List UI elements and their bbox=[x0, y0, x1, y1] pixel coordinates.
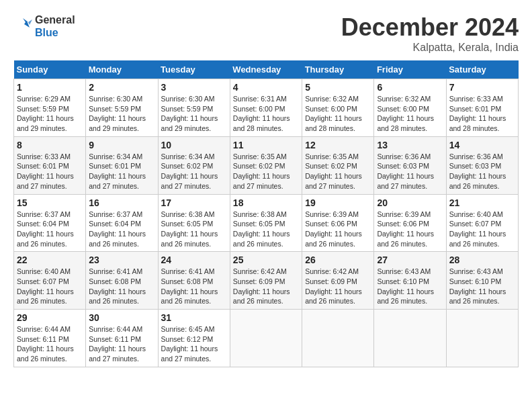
location: Kalpatta, Kerala, India bbox=[341, 42, 519, 54]
calendar-cell: 27Sunrise: 6:43 AM Sunset: 6:10 PM Dayli… bbox=[374, 252, 446, 310]
day-number: 30 bbox=[89, 312, 154, 323]
calendar-cell: 14Sunrise: 6:36 AM Sunset: 6:03 PM Dayli… bbox=[446, 136, 518, 194]
calendar-cell: 11Sunrise: 6:35 AM Sunset: 6:02 PM Dayli… bbox=[230, 136, 302, 194]
day-number: 7 bbox=[449, 82, 515, 93]
day-info: Sunrise: 6:43 AM Sunset: 6:10 PM Dayligh… bbox=[449, 267, 515, 306]
day-number: 14 bbox=[449, 140, 515, 150]
calendar-cell: 12Sunrise: 6:35 AM Sunset: 6:02 PM Dayli… bbox=[302, 136, 374, 194]
week-row-5: 29Sunrise: 6:44 AM Sunset: 6:11 PM Dayli… bbox=[14, 310, 519, 367]
logo-line2: Blue bbox=[35, 26, 75, 39]
header-sunday: Sunday bbox=[14, 60, 86, 79]
day-number: 11 bbox=[233, 140, 299, 150]
calendar-cell bbox=[374, 310, 446, 367]
day-info: Sunrise: 6:39 AM Sunset: 6:06 PM Dayligh… bbox=[377, 210, 443, 249]
day-number: 5 bbox=[305, 82, 371, 93]
day-number: 9 bbox=[89, 140, 154, 150]
day-number: 1 bbox=[17, 82, 83, 93]
day-number: 4 bbox=[233, 82, 299, 93]
calendar-cell: 13Sunrise: 6:36 AM Sunset: 6:03 PM Dayli… bbox=[374, 136, 446, 194]
day-number: 10 bbox=[161, 140, 227, 150]
day-number: 6 bbox=[377, 82, 443, 93]
day-number: 2 bbox=[89, 82, 154, 93]
day-info: Sunrise: 6:33 AM Sunset: 6:01 PM Dayligh… bbox=[17, 152, 83, 191]
day-info: Sunrise: 6:30 AM Sunset: 5:59 PM Dayligh… bbox=[89, 94, 154, 134]
calendar-cell: 17Sunrise: 6:38 AM Sunset: 6:05 PM Dayli… bbox=[158, 194, 230, 252]
day-info: Sunrise: 6:34 AM Sunset: 6:01 PM Dayligh… bbox=[89, 152, 154, 191]
calendar-cell: 10Sunrise: 6:34 AM Sunset: 6:02 PM Dayli… bbox=[158, 136, 230, 194]
day-info: Sunrise: 6:39 AM Sunset: 6:06 PM Dayligh… bbox=[305, 210, 371, 249]
day-number: 18 bbox=[233, 197, 299, 208]
calendar-cell: 22Sunrise: 6:40 AM Sunset: 6:07 PM Dayli… bbox=[14, 252, 86, 310]
calendar-cell: 21Sunrise: 6:40 AM Sunset: 6:07 PM Dayli… bbox=[446, 194, 518, 252]
day-info: Sunrise: 6:37 AM Sunset: 6:04 PM Dayligh… bbox=[89, 210, 154, 249]
logo-bird-icon bbox=[13, 15, 32, 34]
calendar-cell bbox=[446, 310, 518, 367]
calendar-cell: 20Sunrise: 6:39 AM Sunset: 6:06 PM Dayli… bbox=[374, 194, 446, 252]
day-info: Sunrise: 6:41 AM Sunset: 6:08 PM Dayligh… bbox=[161, 267, 227, 306]
header-wednesday: Wednesday bbox=[230, 60, 302, 79]
calendar-cell bbox=[230, 310, 302, 367]
day-number: 24 bbox=[161, 255, 227, 265]
logo-line1: General bbox=[35, 13, 75, 26]
month-title: December 2024 bbox=[341, 13, 519, 42]
day-number: 19 bbox=[305, 197, 371, 208]
calendar-cell: 9Sunrise: 6:34 AM Sunset: 6:01 PM Daylig… bbox=[86, 136, 158, 194]
day-number: 28 bbox=[449, 255, 515, 265]
calendar-cell: 24Sunrise: 6:41 AM Sunset: 6:08 PM Dayli… bbox=[158, 252, 230, 310]
day-number: 27 bbox=[377, 255, 443, 265]
day-number: 16 bbox=[89, 197, 154, 208]
calendar-cell: 15Sunrise: 6:37 AM Sunset: 6:04 PM Dayli… bbox=[14, 194, 86, 252]
day-info: Sunrise: 6:31 AM Sunset: 6:00 PM Dayligh… bbox=[233, 94, 299, 134]
header-friday: Friday bbox=[374, 60, 446, 79]
day-info: Sunrise: 6:34 AM Sunset: 6:02 PM Dayligh… bbox=[161, 152, 227, 191]
calendar-cell: 30Sunrise: 6:44 AM Sunset: 6:11 PM Dayli… bbox=[86, 310, 158, 367]
calendar-cell: 16Sunrise: 6:37 AM Sunset: 6:04 PM Dayli… bbox=[86, 194, 158, 252]
calendar-table: Sunday Monday Tuesday Wednesday Thursday… bbox=[13, 60, 519, 367]
day-number: 21 bbox=[449, 197, 515, 208]
day-number: 3 bbox=[161, 82, 227, 93]
week-row-2: 8Sunrise: 6:33 AM Sunset: 6:01 PM Daylig… bbox=[14, 136, 519, 194]
day-number: 29 bbox=[17, 312, 83, 323]
day-info: Sunrise: 6:40 AM Sunset: 6:07 PM Dayligh… bbox=[17, 267, 83, 306]
day-info: Sunrise: 6:29 AM Sunset: 5:59 PM Dayligh… bbox=[17, 94, 83, 134]
logo: General Blue bbox=[13, 13, 75, 39]
week-row-3: 15Sunrise: 6:37 AM Sunset: 6:04 PM Dayli… bbox=[14, 194, 519, 252]
header-saturday: Saturday bbox=[446, 60, 518, 79]
day-info: Sunrise: 6:30 AM Sunset: 5:59 PM Dayligh… bbox=[161, 94, 227, 134]
day-number: 31 bbox=[161, 312, 227, 323]
svg-marker-1 bbox=[28, 19, 32, 25]
title-section: December 2024 Kalpatta, Kerala, India bbox=[341, 13, 519, 54]
day-info: Sunrise: 6:44 AM Sunset: 6:11 PM Dayligh… bbox=[89, 324, 154, 364]
day-info: Sunrise: 6:35 AM Sunset: 6:02 PM Dayligh… bbox=[305, 152, 371, 191]
week-row-1: 1Sunrise: 6:29 AM Sunset: 5:59 PM Daylig… bbox=[14, 79, 519, 137]
day-number: 23 bbox=[89, 255, 154, 265]
day-info: Sunrise: 6:33 AM Sunset: 6:01 PM Dayligh… bbox=[449, 94, 515, 134]
day-info: Sunrise: 6:37 AM Sunset: 6:04 PM Dayligh… bbox=[17, 210, 83, 249]
day-number: 15 bbox=[17, 197, 83, 208]
day-info: Sunrise: 6:38 AM Sunset: 6:05 PM Dayligh… bbox=[161, 210, 227, 249]
day-number: 13 bbox=[377, 140, 443, 150]
header-tuesday: Tuesday bbox=[158, 60, 230, 79]
calendar-cell: 29Sunrise: 6:44 AM Sunset: 6:11 PM Dayli… bbox=[14, 310, 86, 367]
page-header: General Blue December 2024 Kalpatta, Ker… bbox=[13, 13, 519, 54]
day-info: Sunrise: 6:44 AM Sunset: 6:11 PM Dayligh… bbox=[17, 324, 83, 364]
day-number: 25 bbox=[233, 255, 299, 265]
calendar-cell: 8Sunrise: 6:33 AM Sunset: 6:01 PM Daylig… bbox=[14, 136, 86, 194]
calendar-cell: 1Sunrise: 6:29 AM Sunset: 5:59 PM Daylig… bbox=[14, 79, 86, 137]
calendar-cell: 3Sunrise: 6:30 AM Sunset: 5:59 PM Daylig… bbox=[158, 79, 230, 137]
header-monday: Monday bbox=[86, 60, 158, 79]
calendar-cell: 18Sunrise: 6:38 AM Sunset: 6:05 PM Dayli… bbox=[230, 194, 302, 252]
calendar-cell: 26Sunrise: 6:42 AM Sunset: 6:09 PM Dayli… bbox=[302, 252, 374, 310]
calendar-cell: 7Sunrise: 6:33 AM Sunset: 6:01 PM Daylig… bbox=[446, 79, 518, 137]
calendar-cell: 4Sunrise: 6:31 AM Sunset: 6:00 PM Daylig… bbox=[230, 79, 302, 137]
day-number: 20 bbox=[377, 197, 443, 208]
day-number: 22 bbox=[17, 255, 83, 265]
calendar-cell: 31Sunrise: 6:45 AM Sunset: 6:12 PM Dayli… bbox=[158, 310, 230, 367]
day-info: Sunrise: 6:43 AM Sunset: 6:10 PM Dayligh… bbox=[377, 267, 443, 306]
day-info: Sunrise: 6:45 AM Sunset: 6:12 PM Dayligh… bbox=[161, 324, 227, 364]
day-number: 26 bbox=[305, 255, 371, 265]
day-info: Sunrise: 6:36 AM Sunset: 6:03 PM Dayligh… bbox=[377, 152, 443, 191]
day-info: Sunrise: 6:32 AM Sunset: 6:00 PM Dayligh… bbox=[377, 94, 443, 134]
calendar-cell: 6Sunrise: 6:32 AM Sunset: 6:00 PM Daylig… bbox=[374, 79, 446, 137]
calendar-cell: 5Sunrise: 6:32 AM Sunset: 6:00 PM Daylig… bbox=[302, 79, 374, 137]
